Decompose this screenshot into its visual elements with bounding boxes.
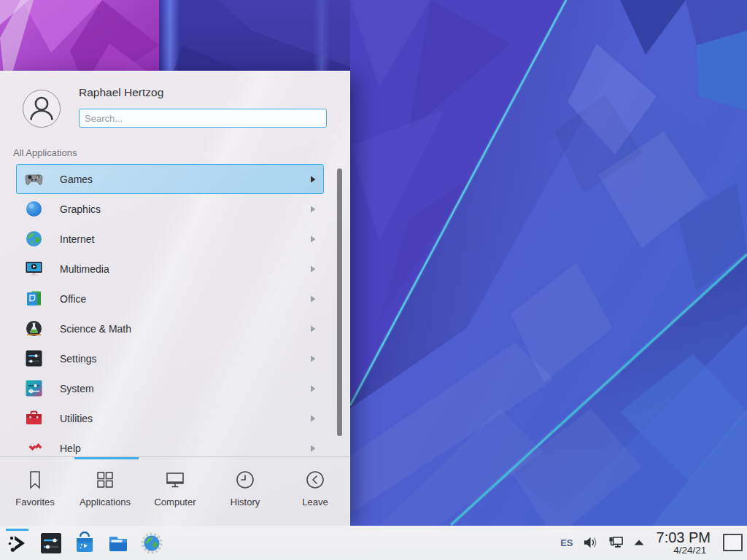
- menu-item-label: Utilities: [60, 413, 93, 424]
- user-name: Raphael Hertzog: [79, 86, 163, 99]
- search-input[interactable]: [79, 109, 327, 128]
- tab-label: Favorites: [15, 497, 54, 508]
- chevron-right-icon: [310, 236, 316, 243]
- tab-label: Computer: [154, 497, 196, 508]
- tab-label: Applications: [80, 497, 131, 508]
- taskbar-panel: ES 7:03 PM 4/24/21: [0, 526, 747, 560]
- chevron-right-icon: [310, 295, 316, 303]
- user-avatar-icon[interactable]: [23, 90, 61, 128]
- scrollbar[interactable]: [337, 168, 342, 436]
- clock-date: 4/24/21: [673, 545, 706, 556]
- tab-history[interactable]: History: [210, 459, 280, 526]
- application-launcher-menu: Raphael Hertzog All Applications Games G…: [0, 71, 350, 526]
- chevron-right-icon: [310, 385, 316, 392]
- chevron-right-icon: [310, 445, 316, 452]
- menu-item-label: System: [60, 383, 94, 394]
- chevron-right-icon: [310, 325, 316, 332]
- menu-item-science-math[interactable]: Science & Math: [16, 314, 324, 343]
- help-icon: [24, 438, 44, 457]
- tab-computer[interactable]: Computer: [140, 459, 210, 526]
- web-browser-button[interactable]: [140, 532, 163, 555]
- menu-item-multimedia[interactable]: Multimedia: [16, 254, 324, 284]
- software-center-button[interactable]: [73, 532, 96, 555]
- file-manager-icon: [107, 532, 130, 555]
- tab-leave[interactable]: Leave: [280, 459, 350, 526]
- multimedia-icon: [24, 259, 44, 279]
- tab-applications[interactable]: Applications: [70, 459, 140, 526]
- graphics-icon: [24, 199, 44, 219]
- web-browser-icon: [140, 532, 163, 555]
- menu-item-label: Internet: [60, 233, 94, 245]
- app-launcher-button[interactable]: [6, 532, 29, 555]
- file-manager-button[interactable]: [107, 532, 130, 555]
- menu-item-label: Office: [60, 293, 86, 305]
- clock-time: 7:03 PM: [657, 530, 711, 545]
- app-launcher-icon: [6, 532, 29, 555]
- favorites-icon: [24, 469, 46, 491]
- expand-tray-caret-icon[interactable]: [634, 540, 644, 545]
- office-icon: [24, 289, 44, 308]
- menu-item-utilities[interactable]: Utilities: [16, 403, 324, 433]
- menu-item-label: Games: [60, 174, 93, 185]
- keyboard-layout-indicator[interactable]: ES: [560, 537, 573, 548]
- chevron-right-icon: [310, 415, 316, 422]
- desktop: Raphael Hertzog All Applications Games G…: [0, 0, 747, 560]
- menu-item-system[interactable]: System: [16, 373, 324, 403]
- menu-header: Raphael Hertzog: [0, 71, 349, 136]
- chevron-right-icon: [310, 355, 316, 362]
- menu-item-games[interactable]: Games: [16, 164, 324, 194]
- system-tray: ES 7:03 PM 4/24/21: [560, 530, 747, 556]
- digital-clock[interactable]: 7:03 PM 4/24/21: [657, 530, 711, 556]
- tab-favorites[interactable]: Favorites: [0, 459, 70, 526]
- tab-label: History: [231, 497, 260, 508]
- menu-item-graphics[interactable]: Graphics: [16, 194, 324, 224]
- settings-icon: [24, 349, 44, 368]
- science-icon: [24, 319, 44, 338]
- menu-item-help[interactable]: Help: [16, 433, 324, 457]
- network-icon[interactable]: [608, 535, 624, 551]
- menu-item-label: Science & Math: [60, 323, 131, 335]
- utilities-icon: [24, 408, 44, 428]
- chevron-right-icon: [310, 176, 316, 183]
- internet-icon: [24, 229, 44, 249]
- system-settings-button[interactable]: [39, 532, 63, 555]
- tab-label: Leave: [302, 497, 328, 508]
- menu-item-internet[interactable]: Internet: [16, 224, 324, 254]
- menu-item-label: Help: [60, 443, 81, 454]
- menu-item-label: Graphics: [60, 203, 101, 215]
- chevron-right-icon: [310, 206, 316, 213]
- software-center-icon: [73, 532, 96, 555]
- menu-item-label: Multimedia: [60, 263, 109, 275]
- system-icon: [24, 378, 44, 398]
- menu-item-settings[interactable]: Settings: [16, 343, 324, 373]
- volume-icon[interactable]: [583, 535, 598, 550]
- history-icon: [234, 469, 256, 491]
- divider: [0, 456, 350, 457]
- applications-icon: [94, 469, 116, 491]
- games-icon: [24, 169, 44, 189]
- menu-item-office[interactable]: Office: [16, 284, 324, 314]
- category-list: Games Graphics Internet: [0, 164, 337, 457]
- computer-icon: [164, 469, 186, 491]
- menu-item-label: Settings: [60, 353, 97, 365]
- leave-icon: [304, 469, 326, 491]
- panel-launchers: [0, 532, 163, 555]
- show-desktop-button[interactable]: [723, 534, 743, 551]
- menu-tabbar: Favorites Applications Computer History …: [0, 459, 350, 526]
- chevron-right-icon: [310, 265, 316, 273]
- section-label: All Applications: [13, 147, 77, 158]
- system-settings-icon: [39, 532, 63, 555]
